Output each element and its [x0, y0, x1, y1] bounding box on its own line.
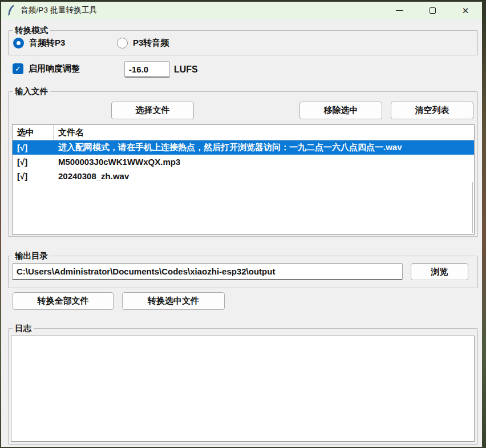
lufs-input[interactable]: -16.0: [124, 61, 170, 78]
output-path-input[interactable]: C:\Users\Administrator\Documents\Codes\x…: [12, 263, 403, 280]
scrollbar[interactable]: [472, 182, 473, 233]
column-header-filename[interactable]: 文件名: [54, 125, 474, 140]
row-checked-cell: [√]: [13, 143, 54, 152]
table-row[interactable]: [√] M500003J0cWK1WWxQX.mp3: [13, 155, 474, 169]
mode-groupbox: 转换模式 音频转P3 P3转音频: [8, 30, 478, 55]
row-filename-cell: 进入配网模式，请在手机上连接热点，然后打开浏览器访问：一九二点一六八点四点一.w…: [54, 142, 402, 153]
output-group-label: 输出目录: [13, 251, 50, 261]
minimize-button[interactable]: [383, 2, 416, 19]
log-textarea[interactable]: [11, 336, 475, 442]
radio-p3-to-audio[interactable]: P3转音频: [117, 38, 169, 49]
input-group-label: 输入文件: [13, 86, 50, 96]
file-list-table[interactable]: 选中 文件名 [√] 进入配网模式，请在手机上连接热点，然后打开浏览器访问：一九…: [12, 124, 475, 235]
mode-group-label: 转换模式: [13, 25, 50, 35]
row-checked-cell: [√]: [13, 157, 54, 167]
select-files-button[interactable]: 选择文件: [111, 102, 194, 119]
log-group-label: 日志: [13, 323, 34, 333]
output-dir-groupbox: 输出目录 C:\Users\Administrator\Documents\Co…: [8, 256, 478, 288]
convert-all-button[interactable]: 转换全部文件: [13, 292, 114, 310]
radio-p3-to-audio-label: P3转音频: [133, 38, 169, 49]
table-row[interactable]: [√] 进入配网模式，请在手机上连接热点，然后打开浏览器访问：一九二点一六八点四…: [13, 140, 474, 155]
row-filename-cell: 20240308_zh.wav: [54, 171, 129, 181]
input-files-groupbox: 输入文件 选择文件 移除选中 清空列表 选中 文件名 [√] 进入配网模式，请在…: [8, 91, 478, 237]
row-filename-cell: M500003J0cWK1WWxQX.mp3: [54, 157, 180, 167]
loudness-checkbox-label: 启用响度调整: [29, 63, 80, 74]
checkbox-checked-icon: ✓: [13, 63, 23, 74]
radio-audio-to-p3-label: 音频转P3: [29, 38, 65, 49]
column-header-checked[interactable]: 选中: [13, 125, 54, 140]
titlebar[interactable]: 音频/P3 批量转换工具 ✕: [1, 2, 482, 19]
close-icon: ✕: [462, 6, 469, 15]
tk-feather-icon: [7, 5, 16, 16]
maximize-icon: [430, 7, 436, 14]
convert-selected-button[interactable]: 转换选中文件: [122, 292, 225, 310]
loudness-checkbox[interactable]: ✓ 启用响度调整: [13, 63, 80, 74]
close-button[interactable]: ✕: [449, 2, 482, 19]
minimize-icon: [396, 10, 403, 11]
log-groupbox: 日志: [8, 328, 478, 445]
radio-selected-icon: [13, 38, 24, 49]
window-title: 音频/P3 批量转换工具: [21, 5, 97, 15]
app-window: 音频/P3 批量转换工具 ✕ 转换模式 音频转P3 P3转音频 ✓ 启用响度调整…: [1, 2, 482, 447]
radio-unselected-icon: [117, 38, 128, 49]
row-checked-cell: [√]: [13, 171, 54, 181]
maximize-button[interactable]: [416, 2, 449, 19]
table-header[interactable]: 选中 文件名: [13, 125, 474, 140]
lufs-unit-label: LUFS: [174, 64, 198, 75]
browse-button[interactable]: 浏览: [411, 263, 468, 280]
radio-audio-to-p3[interactable]: 音频转P3: [13, 38, 65, 49]
clear-list-button[interactable]: 清空列表: [391, 102, 473, 119]
remove-selected-button[interactable]: 移除选中: [299, 102, 382, 119]
table-row[interactable]: [√] 20240308_zh.wav: [13, 169, 474, 183]
